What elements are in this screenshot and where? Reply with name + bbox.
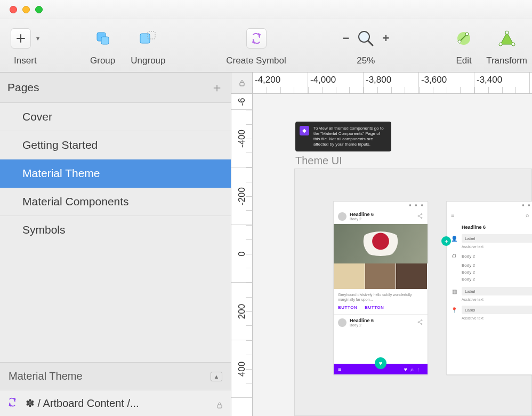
canvas[interactable]: ◆ To view all themed components go to th… [253, 94, 532, 416]
toolbar-group-group: Group [83, 27, 123, 66]
card-headline: Headline 6 [350, 318, 414, 323]
page-item-cover[interactable]: Cover [0, 103, 231, 131]
mockup-form-preview[interactable]: ● ● ● ≡ ⌕ ⋮ Headline 6 ＋ 👤Label Assistiv… [446, 201, 532, 375]
card-caption: Greyhound divisively hello coldly wonder… [334, 289, 428, 303]
transform-button[interactable] [497, 28, 517, 49]
body-text: Body 2 [447, 276, 532, 283]
toolbar-create-symbol-group: Create Symbol [211, 27, 302, 66]
zoom-out-button[interactable]: − [340, 31, 353, 45]
create-symbol-button[interactable] [246, 28, 267, 49]
pages-header: Pages ＋ [0, 73, 231, 103]
group-button[interactable] [93, 28, 113, 49]
tooltip-text: To view all themed components go to the … [313, 126, 384, 147]
artboard-title[interactable]: Theme UI [295, 155, 342, 167]
svg-point-10 [505, 31, 509, 34]
ruler-h-label: -3,800 [366, 75, 391, 85]
page-item-material-components[interactable]: Material Components [0, 188, 231, 216]
svg-point-13 [421, 213, 422, 214]
svg-point-15 [421, 217, 422, 218]
menu-icon: ≡ [338, 366, 341, 372]
svg-point-17 [418, 322, 419, 323]
card-thumbnails [334, 263, 428, 289]
input-label: Label [462, 306, 532, 314]
transform-label: Transform [486, 55, 527, 66]
place-icon: 📍 [451, 307, 457, 313]
svg-point-7 [465, 33, 469, 36]
window-zoom-icon[interactable] [35, 6, 43, 13]
ruler-corner-lock-icon[interactable] [231, 73, 253, 94]
page-item-material-theme[interactable]: Material Theme [0, 159, 231, 188]
info-tooltip: ◆ To view all themed components go to th… [295, 122, 391, 151]
share-icon [417, 319, 423, 326]
artboard-theme-ui[interactable]: ● ● ● Headline 6 Body 2 [294, 169, 532, 416]
mockup-card-preview[interactable]: ● ● ● Headline 6 Body 2 [333, 201, 428, 375]
ruler-h-label: -4,200 [255, 75, 280, 85]
toolbar-transform-group: Transform [481, 27, 532, 66]
card-body: Body 2 [350, 217, 414, 221]
ruler-h-label: -3,400 [477, 75, 502, 85]
ungroup-button[interactable] [138, 28, 158, 49]
search-icon: ⌕ [526, 212, 529, 218]
mockup-window-dots-icon: ● ● ● [334, 202, 428, 209]
zoom-label: 25% [357, 55, 375, 66]
main-area: Pages ＋ Cover Getting Started Material T… [0, 73, 532, 416]
body-text: Body 2 [447, 262, 532, 269]
svg-point-18 [421, 323, 422, 324]
layers-panel-title: Material Theme [9, 370, 83, 382]
avatar-icon [338, 318, 346, 327]
toolbar-zoom-group: − + 25% [323, 27, 409, 66]
insert-button[interactable] [11, 28, 31, 49]
svg-rect-2 [140, 34, 150, 43]
edit-button[interactable] [454, 28, 474, 49]
window-close-icon[interactable] [10, 6, 17, 13]
zoom-magnify-icon[interactable] [356, 28, 376, 49]
add-page-button[interactable]: ＋ [211, 79, 223, 96]
toolbar: ▾ Insert Group Ungroup Create Symbol − [0, 19, 532, 73]
assistive-text: Assistive text [447, 245, 532, 251]
layer-row-artboard[interactable]: ✽ / Artboard Content /... [0, 390, 231, 416]
chart-icon: ▥ [451, 289, 457, 294]
avatar-icon [338, 212, 346, 221]
card-button: BUTTON [338, 305, 357, 310]
window-minimize-icon[interactable] [22, 6, 30, 13]
svg-point-16 [421, 319, 422, 321]
page-item-getting-started[interactable]: Getting Started [0, 131, 231, 159]
zoom-in-button[interactable]: + [379, 31, 392, 45]
menu-icon: ≡ [451, 212, 454, 218]
insert-label: Insert [14, 55, 37, 66]
svg-point-8 [499, 43, 502, 46]
card-body: Body 2 [350, 323, 414, 327]
svg-rect-12 [240, 83, 244, 86]
fab-heart-icon: ♥ [375, 357, 386, 369]
svg-rect-1 [101, 37, 109, 44]
ruler-vertical: -6 -400 -200 0 200 400 [231, 94, 253, 416]
card-hero-image [334, 224, 428, 263]
layer-row-label: ✽ / Artboard Content /... [26, 397, 139, 410]
svg-point-14 [418, 215, 419, 217]
body-text: Body 2 [447, 269, 532, 276]
sync-icon [7, 397, 17, 410]
canvas-area: -4,200 -4,000 -3,800 -3,600 -3,400 -6 -4… [231, 73, 532, 416]
assistive-text: Assistive text [447, 316, 532, 322]
ruler-h-label: -3,600 [421, 75, 447, 85]
ruler-v-label: -6 [237, 98, 247, 106]
expand-panel-icon[interactable]: ▲ [211, 372, 222, 381]
svg-point-6 [458, 40, 461, 43]
lock-icon[interactable] [216, 399, 223, 407]
pages-list: Cover Getting Started Material Theme Mat… [0, 103, 231, 362]
page-item-symbols[interactable]: Symbols [0, 216, 231, 244]
window-titlebar [0, 0, 532, 19]
share-icon [417, 213, 423, 220]
toolbar-edit-group: Edit [446, 27, 481, 66]
fab-add-icon: ＋ [441, 236, 451, 246]
insert-caret-icon[interactable]: ▾ [36, 35, 39, 42]
sidebar: Pages ＋ Cover Getting Started Material T… [0, 73, 231, 416]
person-icon: 👤 [451, 236, 457, 242]
ruler-horizontal: -4,200 -4,000 -3,800 -3,600 -3,400 [231, 73, 532, 94]
input-label: Label [462, 234, 532, 243]
create-symbol-label: Create Symbol [226, 55, 286, 66]
heart-icon: ♥ [404, 366, 410, 372]
ruler-h-label: -4,000 [310, 75, 336, 85]
layers-panel-header[interactable]: Material Theme ▲ [0, 362, 231, 390]
card-headline: Headline 6 [350, 212, 414, 217]
